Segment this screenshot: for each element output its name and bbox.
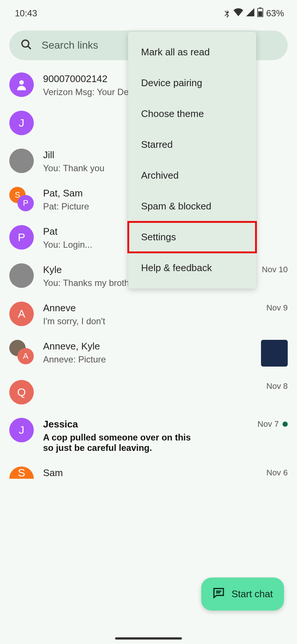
start-chat-fab[interactable]: Start chat xyxy=(201,578,284,611)
conversation-date: Nov 8 xyxy=(267,381,288,391)
conversation-item[interactable]: QNov 8 xyxy=(9,373,288,411)
conversation-body xyxy=(43,380,257,383)
conversation-item[interactable]: SSamNov 6 xyxy=(9,460,288,488)
menu-item-mark-all-as-read[interactable]: Mark all as read xyxy=(128,37,256,68)
wifi-icon xyxy=(234,8,243,19)
conversation-meta: Nov 10 xyxy=(262,263,288,274)
status-icons-group: 63% xyxy=(223,7,284,19)
menu-item-choose-theme[interactable]: Choose theme xyxy=(128,98,256,129)
unread-dot xyxy=(283,422,288,427)
svg-rect-1 xyxy=(260,7,261,9)
message-thumbnail xyxy=(261,340,288,367)
conversation-item[interactable]: AAnneveI'm sorry, I don'tNov 9 xyxy=(9,295,288,333)
avatar: S xyxy=(9,466,34,479)
conversation-body: JessicaA cop pulled someone over on this… xyxy=(43,418,248,453)
conversation-title: Anneve, Kyle xyxy=(43,341,249,352)
search-icon xyxy=(20,39,32,52)
conversation-preview: A cop pulled someone over on this so jus… xyxy=(43,432,199,453)
battery-icon xyxy=(257,7,263,19)
conversation-meta: Nov 7 xyxy=(258,418,288,429)
conversation-body: AnneveI'm sorry, I don't xyxy=(43,302,257,326)
avatar: A xyxy=(9,302,34,326)
menu-item-starred[interactable]: Starred xyxy=(128,129,256,160)
menu-item-settings[interactable]: Settings xyxy=(128,222,256,253)
menu-item-help-feedback[interactable]: Help & feedback xyxy=(128,253,256,283)
fab-label: Start chat xyxy=(232,588,273,600)
svg-point-3 xyxy=(22,40,29,47)
conversation-title: Anneve xyxy=(43,302,257,314)
conversation-meta: Nov 8 xyxy=(267,380,288,391)
signal-icon xyxy=(246,8,254,19)
search-placeholder: Search links xyxy=(42,39,98,51)
nav-pill[interactable] xyxy=(115,637,182,640)
conversation-meta: Nov 6 xyxy=(267,466,288,478)
avatar: J xyxy=(9,111,34,135)
conversation-title: Sam xyxy=(43,467,257,479)
avatar: J xyxy=(9,418,34,442)
conversation-body: Sam xyxy=(43,466,257,481)
avatar xyxy=(9,149,34,173)
overflow-menu: Mark all as readDevice pairingChoose the… xyxy=(128,32,256,289)
conversation-title: Jessica xyxy=(43,419,248,430)
svg-line-4 xyxy=(28,46,31,49)
avatar xyxy=(9,72,34,97)
menu-item-device-pairing[interactable]: Device pairing xyxy=(128,68,256,98)
svg-rect-2 xyxy=(258,12,262,17)
conversation-date: Nov 7 xyxy=(258,419,279,429)
avatar: Q xyxy=(9,380,34,404)
conversation-preview: Anneve: Picture xyxy=(43,354,244,365)
menu-item-archived[interactable]: Archived xyxy=(128,160,256,191)
menu-item-spam-blocked[interactable]: Spam & blocked xyxy=(128,191,256,222)
conversation-preview: I'm sorry, I don't xyxy=(43,316,244,326)
avatar: P xyxy=(9,225,34,250)
conversation-meta: Nov 9 xyxy=(267,302,288,313)
conversation-item[interactable]: AAnneve, KyleAnneve: Picture xyxy=(9,333,288,373)
status-bar: 10:43 63% xyxy=(0,0,297,23)
conversation-date: Nov 9 xyxy=(267,303,288,313)
status-time: 10:43 xyxy=(15,8,37,19)
battery-percent: 63% xyxy=(266,8,284,19)
conversation-body: Anneve, KyleAnneve: Picture xyxy=(43,340,249,365)
svg-point-5 xyxy=(19,80,24,85)
chat-icon xyxy=(212,586,225,602)
avatar xyxy=(9,263,34,288)
conversation-date: Nov 6 xyxy=(267,468,288,478)
conversation-item[interactable]: JJessicaA cop pulled someone over on thi… xyxy=(9,411,288,460)
bluetooth-icon xyxy=(223,9,231,18)
avatar: SP xyxy=(9,187,34,211)
conversation-date: Nov 10 xyxy=(262,265,288,274)
avatar: A xyxy=(9,340,34,364)
